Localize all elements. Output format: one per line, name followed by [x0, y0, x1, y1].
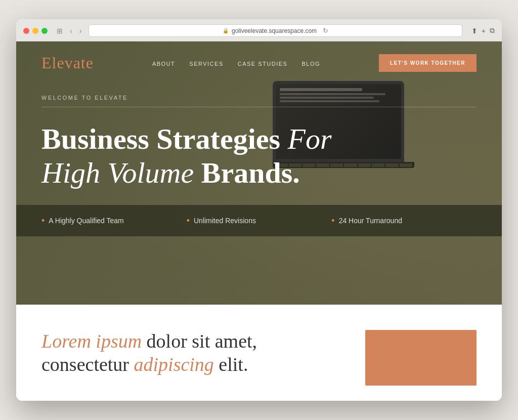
duplicate-tab-button[interactable]: ⧉ — [490, 26, 495, 35]
hero-section: Elevate ABOUT SERVICES CASE STUDIES BLOG — [16, 41, 502, 305]
feature-label-3: 24 Hour Turnaround — [339, 217, 402, 225]
share-button[interactable]: ⬆ — [471, 26, 478, 35]
forward-button[interactable]: › — [77, 26, 84, 36]
feature-label-1: A Highly Qualified Team — [49, 217, 123, 225]
cta-button[interactable]: LET'S WORK TOGETHER — [379, 54, 477, 72]
address-bar[interactable]: 🔒 goliveelevate.squarespace.com ↻ — [89, 24, 462, 37]
traffic-lights — [23, 28, 48, 34]
bullet-icon-3: • — [331, 216, 334, 225]
nav-link-about[interactable]: ABOUT — [152, 61, 175, 67]
website-content: Elevate ABOUT SERVICES CASE STUDIES BLOG — [16, 41, 502, 401]
below-fold-section: Lorem ipsum dolor sit amet, consectetur … — [16, 305, 502, 401]
nav-link-case-studies[interactable]: CASE STUDIES — [238, 61, 288, 67]
below-fold-italic-1: Lorem ipsum — [41, 330, 142, 352]
below-fold-italic-2: adipiscing — [134, 354, 214, 375]
navbar: Elevate ABOUT SERVICES CASE STUDIES BLOG — [16, 41, 502, 85]
below-fold-text: Lorem ipsum dolor sit amet, consectetur … — [41, 330, 257, 376]
back-button[interactable]: ‹ — [68, 26, 74, 36]
bullet-icon-2: • — [187, 216, 190, 225]
hero-content: WELCOME TO ELEVATE Business Strategies F… — [16, 85, 502, 205]
browser-chrome: ⊞ ‹ › 🔒 goliveelevate.squarespace.com ↻ … — [16, 19, 502, 41]
refresh-icon[interactable]: ↻ — [323, 27, 328, 34]
browser-controls: ⊞ ‹ › — [55, 26, 83, 36]
browser-actions: ⬆ + ⧉ — [471, 26, 495, 35]
nav-item-services[interactable]: SERVICES — [189, 59, 223, 68]
hero-headline: Business Strategies For High Volume Bran… — [41, 122, 345, 190]
nav-link-services[interactable]: SERVICES — [189, 61, 223, 67]
sidebar-toggle-button[interactable]: ⊞ — [55, 26, 65, 36]
feature-item-team: • A Highly Qualified Team — [41, 216, 187, 225]
site-logo[interactable]: Elevate — [41, 54, 94, 72]
hero-italic-for: For — [288, 122, 332, 155]
feature-item-turnaround: • 24 Hour Turnaround — [331, 216, 477, 225]
hero-italic-high-volume: High Volume — [41, 156, 194, 189]
below-fold-regular-1: dolor sit amet, — [142, 330, 257, 352]
feature-label-2: Unlimited Revisions — [194, 217, 256, 225]
below-fold-accent-block — [365, 330, 477, 386]
nav-links: ABOUT SERVICES CASE STUDIES BLOG — [152, 59, 320, 68]
new-tab-button[interactable]: + — [482, 26, 486, 35]
below-fold-line2: consectetur adipiscing elit. — [41, 354, 248, 375]
url-display: goliveelevate.squarespace.com — [232, 27, 317, 34]
hero-divider — [41, 107, 477, 107]
lock-icon: 🔒 — [223, 28, 229, 33]
nav-item-case-studies[interactable]: CASE STUDIES — [238, 59, 288, 68]
feature-item-revisions: • Unlimited Revisions — [187, 216, 332, 225]
hero-eyebrow: WELCOME TO ELEVATE — [41, 95, 477, 101]
nav-link-blog[interactable]: BLOG — [301, 61, 320, 67]
nav-item-about[interactable]: ABOUT — [152, 59, 175, 68]
bullet-icon-1: • — [41, 216, 45, 225]
hero-headline-line1: Business Strategies For — [41, 122, 332, 155]
nav-item-blog[interactable]: BLOG — [301, 59, 320, 68]
features-bar: • A Highly Qualified Team • Unlimited Re… — [16, 205, 502, 236]
browser-window: ⊞ ‹ › 🔒 goliveelevate.squarespace.com ↻ … — [16, 19, 502, 401]
maximize-button[interactable] — [41, 28, 48, 34]
hero-headline-line2: High Volume Brands. — [41, 156, 300, 189]
minimize-button[interactable] — [32, 28, 38, 34]
close-button[interactable] — [23, 28, 29, 34]
